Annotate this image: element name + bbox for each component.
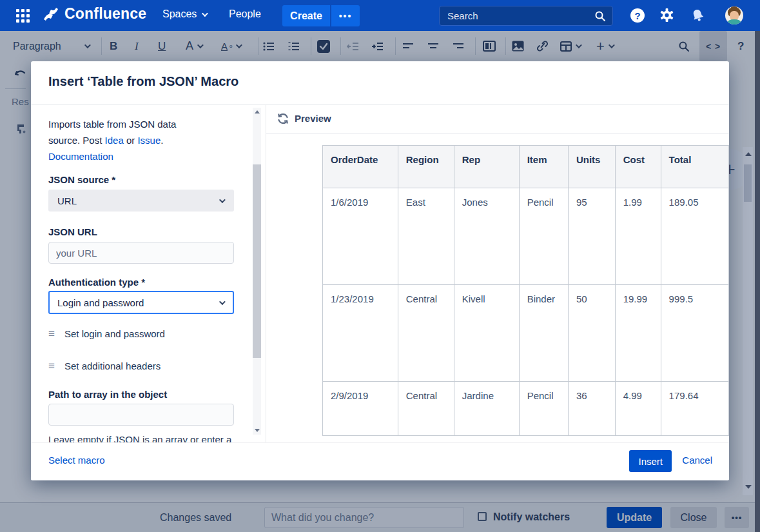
preview-col-header: OrderDate (323, 146, 398, 188)
path-label: Path to array in the object (48, 389, 234, 400)
dialog-footer: Select macro Insert Cancel (31, 442, 729, 480)
preview-cell: Pencil (519, 188, 568, 285)
preview-cell: Central (398, 382, 454, 436)
preview-cell: 1/23/2019 (323, 285, 398, 382)
path-input[interactable] (48, 404, 234, 426)
form-scrollbar-thumb[interactable] (253, 164, 261, 358)
description-text: or (124, 135, 138, 146)
preview-header-row: OrderDateRegionRepItemUnitsCostTotal (323, 146, 729, 188)
preview-body: OrderDateRegionRepItemUnitsCostTotal1/6/… (266, 135, 729, 442)
page-scrollbar-thumb[interactable] (744, 164, 752, 202)
window-edge (755, 31, 760, 532)
settings-gear-icon[interactable] (659, 8, 674, 23)
auth-type-select[interactable]: Login and password (48, 291, 234, 314)
preview-col-header: Region (398, 146, 454, 188)
chevron-down-icon (219, 197, 226, 203)
preview-cell: Binder (519, 285, 568, 382)
nav-people-label: People (229, 8, 261, 20)
preview-table: OrderDateRegionRepItemUnitsCostTotal1/6/… (322, 145, 729, 436)
preview-cell: 4.99 (615, 382, 661, 436)
preview-cell: 50 (568, 285, 615, 382)
dialog-header: Insert ‘Table from JSON’ Macro (31, 61, 729, 105)
preview-cell: Jardine (454, 382, 519, 436)
preview-col-header: Cost (615, 146, 661, 188)
dialog-title: Insert ‘Table from JSON’ Macro (48, 74, 239, 89)
scroll-up-arrow[interactable] (745, 152, 752, 156)
preview-cell: Kivell (454, 285, 519, 382)
documentation-link[interactable]: Documentation (48, 151, 113, 162)
auth-type-value: Login and password (57, 297, 144, 308)
search-icon[interactable] (594, 10, 606, 22)
help-icon[interactable]: ? (630, 8, 645, 23)
confluence-logo[interactable]: Confluence (43, 5, 146, 23)
json-url-label: JSON URL (48, 226, 234, 237)
nav-more-button[interactable]: ••• (331, 5, 360, 26)
insert-macro-dialog: Insert ‘Table from JSON’ Macro Imports t… (31, 61, 729, 480)
preview-cell: Pencil (519, 382, 568, 436)
preview-cell: 179.64 (661, 382, 728, 436)
nav-spaces[interactable]: Spaces (162, 8, 206, 20)
preview-col-header: Units (568, 146, 615, 188)
nav-people[interactable]: People (229, 8, 261, 20)
json-source-label: JSON source * (48, 174, 234, 185)
create-button[interactable]: Create (282, 5, 330, 26)
confluence-logo-mark (43, 6, 59, 22)
confluence-app: Confluence Spaces People Create ••• ? (0, 0, 760, 532)
cancel-link[interactable]: Cancel (682, 455, 712, 466)
select-macro-link[interactable]: Select macro (48, 455, 105, 466)
set-headers-label: Set additional headers (64, 360, 161, 371)
macro-description: Imports table from JSON data source. Pos… (48, 116, 234, 164)
top-nav: Confluence Spaces People Create ••• ? (0, 0, 760, 31)
table-row: 1/6/2019EastJonesPencil951.99189.05 (323, 188, 729, 285)
issue-link[interactable]: Issue (137, 135, 161, 146)
set-headers-toggle[interactable]: ≡ Set additional headers (48, 360, 161, 371)
preview-cell: 1.99 (615, 188, 661, 285)
preview-label: Preview (295, 113, 331, 124)
table-row: 2/9/2019CentralJardinePencil364.99179.64 (323, 382, 729, 436)
brand-name: Confluence (64, 5, 146, 23)
search-input[interactable] (440, 10, 594, 21)
chevron-down-icon (202, 10, 208, 17)
form-scroll-up-arrow[interactable] (255, 110, 260, 113)
preview-cell: 999.5 (661, 285, 728, 382)
preview-cell: Jones (454, 188, 519, 285)
preview-pane: Preview OrderDateRegionRepItemUnitsCostT… (266, 105, 729, 442)
preview-cell: 95 (568, 188, 615, 285)
nav-spaces-label: Spaces (162, 8, 197, 20)
auth-type-label: Authentication type * (48, 277, 234, 288)
preview-cell: 1/6/2019 (323, 188, 398, 285)
menu-lines-icon: ≡ (48, 360, 59, 371)
preview-cell: 189.05 (661, 188, 728, 285)
scroll-down-arrow[interactable] (745, 485, 752, 489)
preview-cell: 36 (568, 382, 615, 436)
preview-cell: Central (398, 285, 454, 382)
refresh-icon[interactable] (277, 112, 289, 125)
set-login-label: Set login and password (64, 328, 165, 339)
preview-col-header: Item (519, 146, 568, 188)
description-text: Imports table from JSON data (48, 119, 176, 130)
idea-link[interactable]: Idea (105, 135, 124, 146)
set-login-toggle[interactable]: ≡ Set login and password (48, 328, 165, 339)
chevron-down-icon (219, 299, 226, 305)
insert-button[interactable]: Insert (629, 450, 672, 472)
app-switcher-icon[interactable] (16, 9, 30, 23)
preview-col-header: Rep (454, 146, 519, 188)
description-text: . (161, 135, 163, 146)
table-row: 1/23/2019CentralKivellBinder5019.99999.5 (323, 285, 729, 382)
json-url-input[interactable] (48, 242, 234, 264)
json-source-select[interactable]: URL (48, 190, 234, 212)
preview-cell: 19.99 (615, 285, 661, 382)
preview-cell: 2/9/2019 (323, 382, 398, 436)
preview-cell: East (398, 188, 454, 285)
menu-lines-icon: ≡ (48, 328, 59, 339)
user-avatar[interactable] (725, 6, 743, 25)
json-source-value: URL (57, 195, 77, 206)
notifications-bell-icon[interactable] (690, 8, 705, 23)
global-search (439, 6, 613, 26)
form-scroll-down-arrow[interactable] (255, 429, 260, 432)
preview-header: Preview (266, 105, 729, 134)
preview-col-header: Total (661, 146, 728, 188)
description-text: source. Post (48, 135, 105, 146)
